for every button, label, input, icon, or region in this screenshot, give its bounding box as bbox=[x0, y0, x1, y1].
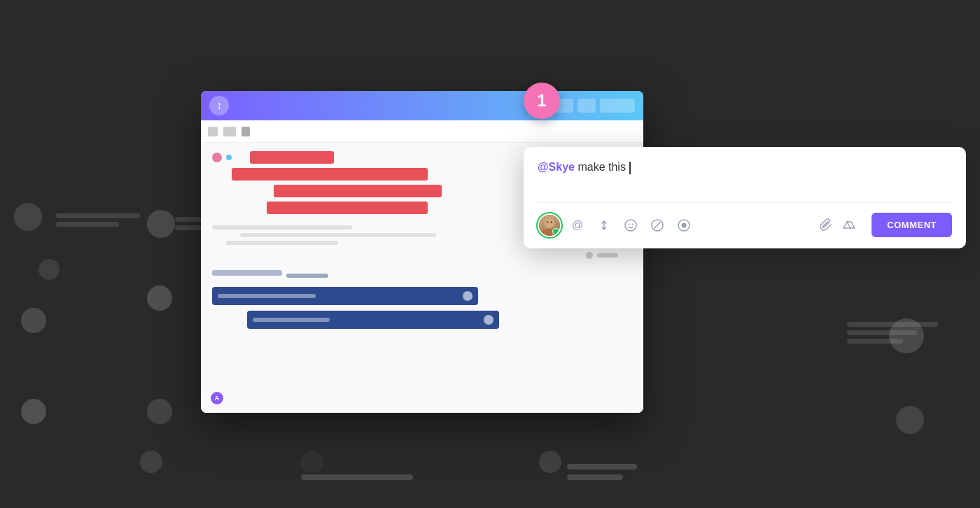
blue-section-header bbox=[212, 270, 632, 281]
app-toolbar bbox=[201, 120, 643, 143]
bar-inner-text-1 bbox=[218, 294, 316, 298]
emoji-icon[interactable] bbox=[620, 215, 641, 236]
task-dot-blue bbox=[226, 155, 232, 160]
svg-line-9 bbox=[654, 223, 660, 228]
gray-line-3 bbox=[226, 241, 338, 245]
comment-body-text: make this bbox=[575, 161, 629, 173]
avatar-face bbox=[539, 215, 560, 236]
status-dot bbox=[586, 252, 593, 259]
header-right-controls bbox=[555, 99, 635, 113]
blue-bar-row-1 bbox=[212, 287, 632, 305]
task-bar-red-4 bbox=[267, 202, 428, 214]
bg-avatar-2 bbox=[38, 259, 59, 280]
comment-button[interactable]: COMMENT bbox=[872, 213, 952, 237]
commenter-avatar bbox=[538, 213, 561, 237]
app-header: ↕ bbox=[201, 91, 643, 120]
bar-inner-text-2 bbox=[253, 318, 330, 322]
bg-avatar-6 bbox=[21, 308, 46, 333]
avatar-svg bbox=[539, 213, 560, 237]
notification-badge: 1 bbox=[524, 83, 560, 119]
blue-section-label bbox=[212, 270, 282, 276]
app-card: ↕ bbox=[201, 91, 643, 413]
bg-avatar-1 bbox=[14, 203, 42, 231]
blue-section-label-2 bbox=[286, 274, 328, 278]
at-icon[interactable]: @ bbox=[567, 215, 588, 236]
svg-point-6 bbox=[629, 223, 630, 225]
svg-point-7 bbox=[632, 223, 634, 225]
bottom-app-avatar: A bbox=[211, 392, 223, 404]
status-row bbox=[212, 252, 632, 259]
bg-avatar-3 bbox=[147, 210, 175, 238]
task-avatar-pink bbox=[212, 153, 222, 162]
header-btn-wide bbox=[600, 99, 635, 113]
comment-card[interactable]: @Skye make this @ bbox=[524, 147, 966, 248]
blue-task-section bbox=[212, 270, 632, 329]
bg-avatar-right-2 bbox=[896, 406, 924, 434]
users-icon bbox=[223, 127, 236, 136]
bg-avatar-4 bbox=[147, 285, 172, 311]
svg-point-11 bbox=[682, 223, 687, 227]
arrows-icon[interactable] bbox=[594, 215, 615, 236]
drive-icon[interactable] bbox=[842, 218, 856, 232]
bg-avatar-5 bbox=[147, 399, 172, 424]
bg-text-block-1 bbox=[56, 213, 140, 227]
gray-line-1 bbox=[212, 225, 352, 230]
header-btn-2 bbox=[578, 99, 596, 113]
bg-bottom bbox=[0, 438, 980, 508]
bar-circle-1 bbox=[463, 291, 472, 301]
comment-tools-row: @ COMMENT bbox=[538, 213, 952, 237]
status-line bbox=[597, 253, 618, 257]
task-bar-red-2 bbox=[232, 168, 428, 181]
slash-icon[interactable] bbox=[647, 215, 668, 236]
svg-point-1 bbox=[541, 228, 559, 237]
comment-text-area[interactable]: @Skye make this bbox=[538, 161, 952, 203]
bg-avatar-7 bbox=[21, 399, 46, 424]
task-bar-red-3 bbox=[274, 185, 442, 197]
grid-icon bbox=[208, 127, 218, 136]
svg-point-2 bbox=[546, 218, 554, 227]
gray-line-2 bbox=[240, 233, 436, 237]
task-bar-red-1 bbox=[250, 151, 334, 164]
mention-text: @Skye bbox=[538, 161, 575, 173]
blue-bar-row-2 bbox=[212, 311, 632, 329]
add-icon bbox=[241, 127, 250, 136]
svg-point-4 bbox=[551, 221, 552, 223]
text-cursor bbox=[629, 162, 631, 174]
task-bar-blue-2 bbox=[247, 311, 499, 329]
svg-point-5 bbox=[625, 220, 636, 231]
bar-circle-2 bbox=[484, 315, 493, 325]
app-logo: ↕ bbox=[209, 96, 229, 115]
bg-text-block-right-1 bbox=[847, 322, 938, 344]
attachment-icon[interactable] bbox=[820, 218, 834, 232]
task-bar-blue-1 bbox=[212, 287, 478, 305]
svg-point-3 bbox=[547, 221, 548, 223]
circle-dot-icon[interactable] bbox=[673, 215, 694, 236]
